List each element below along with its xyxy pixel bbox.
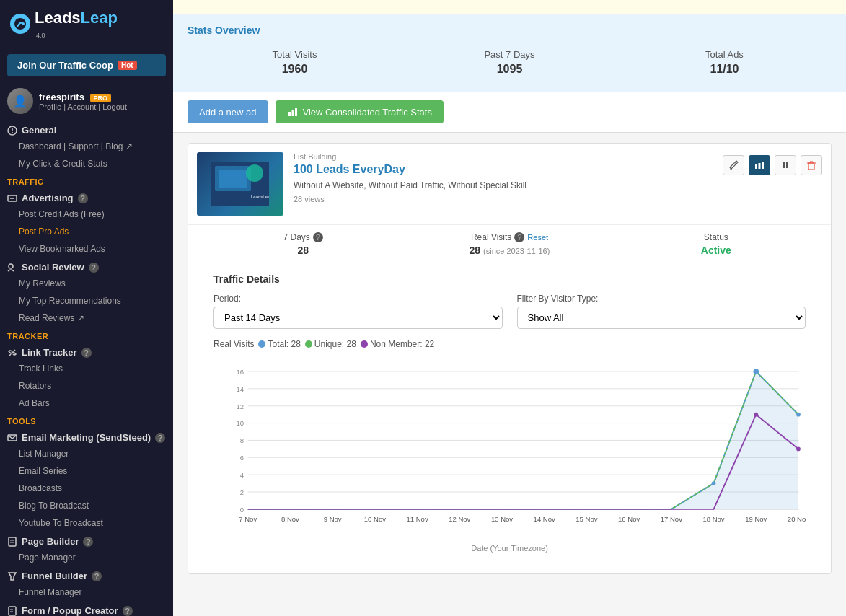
form-creator-icon — [7, 606, 17, 616]
profile-link[interactable]: Profile — [39, 102, 61, 111]
logo-mark — [10, 14, 30, 34]
sidebar-item-youtube-broadcast[interactable]: Youtube To Broadcast — [0, 514, 173, 532]
svg-marker-12 — [9, 573, 16, 580]
svg-point-7 — [9, 264, 13, 268]
legend-total: Total: 28 — [258, 339, 300, 349]
period-select[interactable]: Past 7 Days Past 14 Days Past 30 Days Pa… — [213, 307, 503, 329]
social-review-info-icon[interactable]: ? — [89, 263, 99, 273]
legend-unique-label: Unique: 28 — [314, 339, 356, 349]
sidebar-item-page-manager[interactable]: Page Manager — [0, 549, 173, 566]
ad-info: List Building 100 Leads EveryDay Without… — [294, 152, 713, 203]
account-link[interactable]: Account — [68, 102, 97, 111]
sidebar-item-click-credit[interactable]: My Click & Credit Stats — [0, 155, 173, 172]
sidebar-item-link-tracker[interactable]: Link Tracker ? — [0, 343, 173, 360]
sidebar-item-track-links[interactable]: Track Links — [0, 360, 173, 377]
real-visits-info-icon[interactable]: ? — [514, 232, 524, 242]
sidebar-item-list-manager[interactable]: List Manager — [0, 445, 173, 462]
trash-icon — [806, 160, 816, 170]
svg-rect-29 — [755, 164, 757, 169]
traffic-coop-label: Join Our Traffic Coop — [17, 60, 113, 71]
svg-rect-13 — [9, 607, 16, 615]
svg-text:16 Nov: 16 Nov — [618, 515, 640, 523]
sidebar-item-rotators[interactable]: Rotators — [0, 377, 173, 395]
sidebar-item-bookmarked-ads[interactable]: View Bookmarked Ads — [0, 240, 173, 258]
past-7-days-value: 1095 — [410, 63, 609, 76]
real-visits-since: (since 2023-11-16) — [483, 247, 550, 255]
sidebar-item-funnel-builder[interactable]: Funnel Builder ? — [0, 566, 173, 584]
dot-total-20nov — [796, 413, 801, 417]
sidebar-item-read-reviews[interactable]: Read Reviews ↗ — [0, 309, 173, 327]
visitor-type-select[interactable]: Show All Members Only Non Members Only — [517, 307, 806, 329]
sidebar-item-email-series[interactable]: Email Series — [0, 462, 173, 480]
sidebar-item-post-credit-ads[interactable]: Post Credit Ads (Free) — [0, 206, 173, 223]
legend-total-dot — [258, 340, 265, 348]
avatar-image: 👤 — [7, 88, 33, 114]
traffic-coop-button[interactable]: Join Our Traffic Coop Hot — [7, 54, 166, 76]
sidebar-item-post-pro-ads[interactable]: Post Pro Ads — [0, 223, 173, 240]
ad-thumbnail: LeadsLeap — [197, 152, 283, 216]
svg-rect-34 — [808, 163, 814, 170]
sidebar-item-my-reviews[interactable]: My Reviews — [0, 275, 173, 292]
edit-icon — [728, 160, 739, 170]
link-tracker-info-icon[interactable]: ? — [81, 348, 92, 358]
form-creator-info-icon[interactable]: ? — [123, 606, 133, 616]
traffic-details: Traffic Details Period: Past 7 Days Past… — [203, 263, 816, 563]
form-creator-label: Form / Popup Creator — [22, 605, 118, 616]
sidebar-item-top-recommendations[interactable]: My Top Recommendations — [0, 292, 173, 309]
page-builder-info-icon[interactable]: ? — [83, 537, 93, 547]
svg-text:LeadsLeap: LeadsLeap — [251, 195, 269, 199]
pause-ad-button[interactable] — [775, 155, 796, 175]
7days-stat-label: 7 Days ? — [200, 232, 406, 242]
main-content: Stats Overview Total Visits 1960 Past 7 … — [173, 0, 846, 616]
bar-chart-icon — [754, 160, 765, 170]
7days-stat-value: 28 — [200, 245, 406, 256]
period-filter-group: Period: Past 7 Days Past 14 Days Past 30… — [213, 294, 503, 329]
delete-ad-button[interactable] — [801, 155, 822, 175]
chart-ad-button[interactable] — [749, 155, 770, 175]
sidebar: LeadsLeap 4.0 Join Our Traffic Coop Hot … — [0, 0, 173, 616]
sidebar-item-broadcasts[interactable]: Broadcasts — [0, 480, 173, 497]
svg-text:16: 16 — [236, 368, 244, 376]
view-stats-button[interactable]: View Consolidated Traffic Stats — [276, 100, 444, 123]
svg-rect-20 — [288, 112, 291, 116]
svg-text:6: 6 — [240, 454, 244, 462]
sidebar-item-social-review[interactable]: Social Review ? — [0, 258, 173, 275]
sidebar-section-general: General — [0, 120, 173, 138]
logo-version: 4.0 — [36, 32, 118, 39]
svg-text:9 Nov: 9 Nov — [324, 515, 342, 523]
logout-link[interactable]: Logout — [102, 102, 127, 111]
sidebar-item-ad-bars[interactable]: Ad Bars — [0, 395, 173, 412]
ad-image-svg: LeadsLeap — [211, 162, 269, 206]
edit-ad-button[interactable] — [723, 155, 744, 175]
ad-card: LeadsLeap List Building 100 Leads EveryD… — [188, 143, 832, 574]
sidebar-item-advertising[interactable]: Advertising ? — [0, 188, 173, 206]
logo-icon — [14, 17, 27, 30]
funnel-builder-info-icon[interactable]: ? — [92, 571, 102, 581]
svg-text:11 Nov: 11 Nov — [406, 515, 428, 523]
sidebar-item-form-creator[interactable]: Form / Popup Creator ? — [0, 601, 173, 616]
ad-action-buttons — [723, 155, 822, 175]
funnel-builder-icon — [7, 571, 17, 581]
sidebar-item-blog-broadcast[interactable]: Blog To Broadcast — [0, 497, 173, 514]
email-marketing-info-icon[interactable]: ? — [155, 433, 165, 443]
total-ads-value: 11/10 — [625, 63, 824, 76]
sidebar-item-email-marketing[interactable]: Email Marketing (SendSteed) ? — [0, 428, 173, 445]
svg-point-1 — [22, 22, 25, 25]
sidebar-item-page-builder[interactable]: Page Builder ? — [0, 532, 173, 549]
advertising-info-icon[interactable]: ? — [78, 193, 88, 203]
reset-link[interactable]: Reset — [527, 233, 548, 242]
click-credit-label: My Click & Credit Stats — [19, 159, 107, 169]
legend-non-member: Non Member: 22 — [361, 339, 434, 349]
sidebar-logo: LeadsLeap 4.0 — [0, 0, 173, 48]
view-stats-label: View Consolidated Traffic Stats — [303, 107, 432, 118]
ad-title: 100 Leads EveryDay — [294, 163, 713, 176]
7days-info-icon[interactable]: ? — [313, 232, 323, 242]
ad-stat-7days: 7 Days ? 28 — [200, 232, 406, 256]
status-stat-value: Active — [613, 245, 819, 256]
pause-icon — [780, 160, 790, 170]
add-new-ad-button[interactable]: Add a new ad — [188, 100, 268, 123]
legend-non-member-label: Non Member: 22 — [370, 339, 434, 349]
sidebar-item-funnel-manager[interactable]: Funnel Manager — [0, 584, 173, 601]
svg-text:2: 2 — [240, 488, 244, 496]
sidebar-item-dashboard[interactable]: Dashboard | Support | Blog ↗ — [0, 138, 173, 155]
